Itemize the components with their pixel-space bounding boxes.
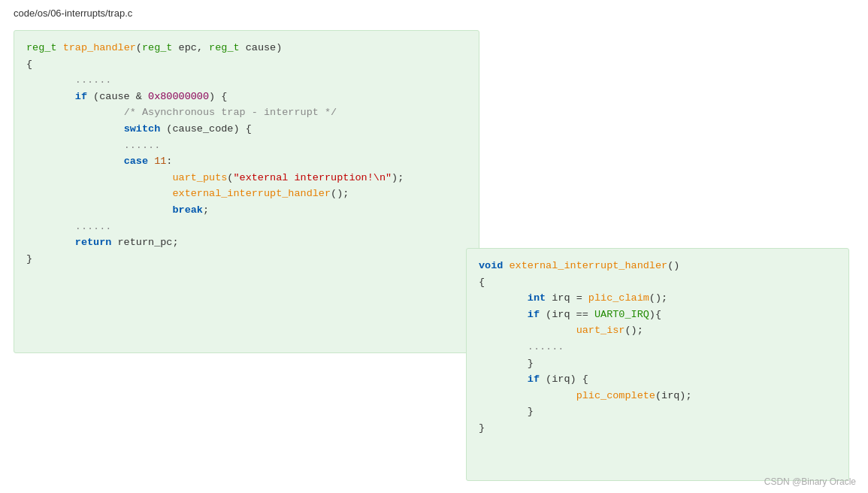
code-line: ...... [26,219,467,235]
code-line: { [479,274,836,291]
code-line: if (cause & 0x80000000) { [26,89,467,105]
breadcrumb: code/os/06-interrupts/trap.c [14,8,132,19]
code-line: uart_puts("external interruption!\n"); [26,170,467,186]
code-line: void external_interrupt_handler() [479,258,836,274]
code-line: if (irq) { [479,371,836,388]
code-line: ...... [26,72,467,89]
code-line: { [26,56,467,73]
watermark: CSDN @Binary Oracle [764,476,856,487]
code-line: switch (cause_code) { [26,121,467,138]
code-line: } [479,355,836,372]
code-line: external_interrupt_handler(); [26,186,467,202]
code-line: break; [26,202,467,219]
code-line: case 11: [26,153,467,170]
code-line: reg_t trap_handler(reg_t epc, reg_t caus… [26,40,467,56]
code-line: } [26,251,467,268]
code-line: /* Asynchronous trap - interrupt */ [26,104,467,121]
code-box-trap-handler: reg_t trap_handler(reg_t epc, reg_t caus… [14,30,479,353]
code-line: plic_complete(irq); [479,388,836,404]
code-line: int irq = plic_claim(); [479,290,836,307]
code-line: return return_pc; [26,234,467,251]
code-line: } [479,404,836,420]
code-line: if (irq == UART0_IRQ){ [479,307,836,323]
code-line: ...... [479,339,836,355]
code-line: ...... [26,138,467,154]
code-box-external-interrupt-handler: void external_interrupt_handler() { int … [466,248,849,481]
code-line: uart_isr(); [479,322,836,339]
code-line: } [479,420,836,437]
